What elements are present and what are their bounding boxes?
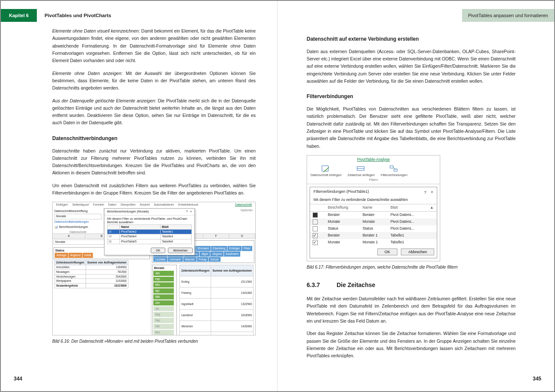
tab-pivottable-analyse[interactable]: PivotTable-Analyse xyxy=(307,157,440,162)
book-spread: Kapitel 6 PivotTables und PivotCharts El… xyxy=(0,0,555,392)
dialog-filterverbindungen: Filterverbindungen (PivotTable1) ?× Mit … xyxy=(310,187,437,258)
pivot-table-2: ZeilenbeschriftungenSumme von Auftragsvo… xyxy=(179,265,254,335)
svg-rect-3 xyxy=(390,166,393,168)
cancel-button[interactable]: Abbrechen xyxy=(168,248,193,253)
page-number: 344 xyxy=(14,375,22,383)
ribbon: PivotTable-Analyse Datenschnitt einfügen… xyxy=(307,156,440,184)
figure-6-17: PivotTable-Analyse Datenschnitt einfügen… xyxy=(307,155,440,261)
table-row[interactable]: MonateMonate 1Tabelle1 xyxy=(310,239,437,246)
dialog-table: BeschriftungNameBlatt▲ BeraterBeraterPiv… xyxy=(310,204,437,245)
figure-caption: Bild 6.17: Filterverbindungen zeigen, we… xyxy=(307,264,516,271)
btn-datenschnitt-einfuegen[interactable]: Datenschnitt einfügen xyxy=(310,165,342,177)
para: Elemente ohne Daten visuell kennzeichnen… xyxy=(52,27,256,65)
table-row[interactable]: BeraterBeraterPivot Datens... xyxy=(310,211,437,218)
run-in: Elemente ohne Daten anzeigen: xyxy=(52,71,122,76)
ribbon-group-label: Filtern xyxy=(307,177,440,183)
heading-externe-verbindung: Datenschnitt auf externe Verbindung erst… xyxy=(307,35,516,44)
slicer-monate[interactable]: Monate JanFebMrzAprMaiJunJulAugSepOktNov… xyxy=(152,265,177,335)
table-row[interactable]: MonateMonatePivot Datens... xyxy=(310,218,437,225)
cancel-button[interactable]: Abbrechen xyxy=(401,248,434,255)
page-number: 345 xyxy=(533,375,541,383)
pivot-table-1: ZeilenbeschriftungenSumme von Auftragsvo… xyxy=(54,260,128,288)
dialog-berichtsverbindungen: Berichtsverbindungen (Monate)? × Mit die… xyxy=(104,208,195,255)
dialog-titlebar: Filterverbindungen (PivotTable1) ?× xyxy=(310,187,437,197)
run-in: Elemente ohne Daten visuell kennzeichnen… xyxy=(52,28,140,33)
heading-zeitachse: 6.3.7Die Zeitachse xyxy=(307,280,516,290)
para: Um einen Datenschnitt mit zusätzlichen F… xyxy=(52,182,256,197)
dialog-table: NameBlatt ☑PivotTable2Tabelle1 ☑PivotTab… xyxy=(107,224,192,245)
header-left: Kapitel 6 PivotTables und PivotCharts xyxy=(22,9,256,21)
para: Mit der Zeitachse werden Datumsfelder na… xyxy=(307,295,516,325)
figure-caption: Bild 6.16: Der Datenschnitt »Monate« wir… xyxy=(52,338,256,345)
section-tab: PivotTables anpassen und formatieren xyxy=(462,9,554,22)
para: Die Möglichkeit, PivotTables von Datensc… xyxy=(307,105,516,150)
para: Daten aus externen Datenquellen (Access-… xyxy=(307,48,516,85)
close-icon[interactable]: × xyxy=(431,189,433,195)
para: Über das Register Zeitachse können Sie d… xyxy=(307,330,516,359)
ok-button[interactable]: OK xyxy=(151,248,165,253)
dialog-row[interactable]: ☑PivotTable5Tabelle6 xyxy=(107,239,192,244)
btn-filterverbindungen[interactable]: Filterverbindungen xyxy=(381,165,407,177)
figure-6-16: Einfügen Seitenlayout Formeln Daten Über… xyxy=(52,202,256,335)
para: Datenschnitte haben zunächst nur Verbind… xyxy=(52,147,256,177)
page-left: Kapitel 6 PivotTables und PivotCharts El… xyxy=(1,1,278,391)
dialog-title: Berichtsverbindungen (Monate)? × xyxy=(104,209,194,215)
btn-zeitachse-einfuegen[interactable]: Zeitachse einfügen xyxy=(348,165,375,177)
dialog-msg: Mit diesem Filter zu verbindende Datensc… xyxy=(310,197,437,204)
para: Elemente ohne Daten anzeigen: Mit der Au… xyxy=(52,70,256,92)
chapter-title: PivotTables und PivotCharts xyxy=(45,12,111,20)
ribbon-tabs: Einfügen Seitenlayout Formeln Daten Über… xyxy=(53,202,255,207)
body-left: Elemente ohne Daten visuell kennzeichnen… xyxy=(22,21,256,345)
para: Aus der Datenquelle gelöschte Elemente a… xyxy=(52,97,256,127)
table-row[interactable]: BeraterBerater 1Tabelle1 xyxy=(310,232,437,239)
heading-filterverbindungen: Filterverbindungen xyxy=(307,93,516,101)
dialog-row[interactable]: ☑PivotTable2Tabelle1 xyxy=(107,229,192,234)
header-right: PivotTables anpassen und formatieren xyxy=(299,9,533,21)
dialog-row[interactable]: ☑PivotTable4Tabelle4 xyxy=(107,234,192,239)
page-right: PivotTables anpassen und formatieren Dat… xyxy=(278,1,554,391)
run-in: Aus der Datenquelle gelöschte Elemente a… xyxy=(52,98,156,103)
table-row[interactable]: StatusStatusPivot Datens... xyxy=(310,225,437,232)
chapter-tab: Kapitel 6 xyxy=(1,9,37,22)
ok-button[interactable]: OK xyxy=(377,248,397,255)
heading-datenschnittverbindungen: Datenschnittverbindungen xyxy=(52,135,256,143)
body-right: Datenschnitt auf externe Verbindung erst… xyxy=(299,21,533,360)
tab-datenschnitt[interactable]: Datenschnitt xyxy=(235,203,252,206)
ribbon-group-datenschnitt: Datenschnittbeschriftung: Monate Datensc… xyxy=(53,208,104,233)
